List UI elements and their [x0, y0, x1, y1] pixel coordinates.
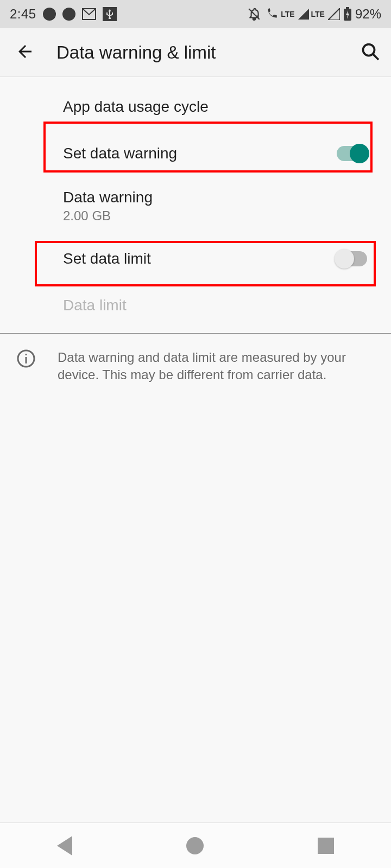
nav-home-icon[interactable]: [186, 837, 204, 854]
signal-strength-icon: [298, 9, 309, 20]
row-app-data-usage-cycle[interactable]: App data usage cycle: [0, 84, 391, 130]
app-bar: Data warning & limit: [0, 28, 391, 77]
row-set-data-warning[interactable]: Set data warning: [0, 130, 391, 177]
back-button[interactable]: [15, 42, 35, 63]
svg-point-3: [363, 44, 375, 55]
row-label: Set data warning: [63, 145, 337, 162]
system-nav-bar: [0, 822, 391, 868]
row-label: App data usage cycle: [63, 98, 209, 116]
search-button[interactable]: [361, 42, 380, 63]
svg-rect-7: [26, 354, 27, 355]
svg-line-4: [373, 54, 379, 60]
row-label: Data limit: [63, 297, 127, 314]
messenger-notification-icon: [62, 8, 75, 21]
row-label: Set data limit: [63, 250, 337, 267]
info-text: Data warning and data limit are measured…: [58, 349, 371, 384]
nav-back-icon[interactable]: [57, 836, 72, 856]
info-icon: [16, 349, 36, 384]
toggle-set-data-limit[interactable]: [337, 251, 367, 266]
dnd-off-icon: [247, 7, 261, 21]
toggle-set-data-warning[interactable]: [337, 146, 367, 161]
signal-strength-empty-icon: [328, 8, 340, 20]
network-lte-label: LTE: [281, 10, 294, 18]
settings-list: App data usage cycle Set data warning Da…: [0, 77, 391, 397]
network-lte-label-2: LTE: [311, 10, 325, 18]
row-set-data-limit[interactable]: Set data limit: [0, 235, 391, 282]
battery-percentage: 92%: [355, 7, 381, 22]
messenger-notification-icon: [43, 8, 56, 21]
usb-icon: [103, 7, 117, 21]
wifi-calling-icon: [264, 7, 279, 21]
status-bar: 2:45 LTE LTE 92%: [0, 0, 391, 28]
row-subtext: 2.00 GB: [63, 208, 111, 224]
page-title: Data warning & limit: [56, 42, 361, 63]
row-data-warning[interactable]: Data warning 2.00 GB: [0, 177, 391, 235]
nav-recents-icon[interactable]: [318, 838, 334, 854]
gmail-icon: [82, 8, 96, 20]
svg-rect-2: [346, 7, 349, 9]
row-data-limit: Data limit: [0, 282, 391, 329]
svg-rect-6: [26, 357, 27, 363]
battery-charging-icon: [343, 7, 352, 21]
info-row: Data warning and data limit are measured…: [0, 334, 391, 397]
row-label: Data warning: [63, 189, 153, 206]
status-time: 2:45: [10, 7, 36, 22]
